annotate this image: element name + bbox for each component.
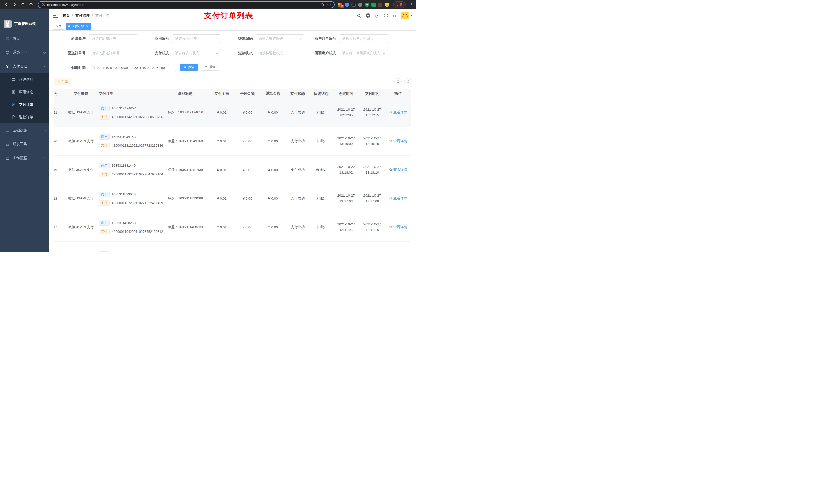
home-button[interactable] — [28, 1, 34, 8]
create-time-range-picker[interactable]: 2021-10-01 00:00:00 - 2021-10-31 23:59:5… — [89, 64, 176, 72]
create-time-start: 2021-10-01 00:00:00 — [97, 66, 128, 70]
cell-action: 查看详情 — [385, 184, 411, 213]
view-detail-link[interactable]: 查看详情 — [389, 139, 407, 143]
view-detail-link[interactable]: 查看详情 — [389, 225, 407, 230]
hamburger-icon[interactable] — [53, 14, 58, 18]
extension-emoji-icon[interactable] — [385, 3, 389, 7]
sidebar-item-app-info[interactable]: 应用信息 — [0, 86, 49, 98]
app-select[interactable] — [172, 34, 221, 43]
search-icon[interactable] — [357, 14, 361, 18]
reset-button[interactable]: 重置 — [201, 64, 219, 71]
tab-home[interactable]: 首页 — [53, 23, 64, 30]
pay-status-select[interactable] — [172, 49, 221, 57]
forward-button[interactable] — [11, 1, 18, 8]
sidebar-item-infra[interactable]: 基础设施 — [0, 123, 49, 137]
cell-title: 标题：1635311823086 — [162, 184, 209, 213]
channel-order-input[interactable] — [89, 49, 137, 57]
cell-action — [385, 241, 411, 252]
view-detail-label: 查看详情 — [394, 225, 407, 230]
merchant-tag: 商户 — [99, 192, 110, 197]
sidebar-item-dev-tools[interactable]: 研发工具 — [0, 137, 49, 151]
toggle-search-button[interactable] — [395, 78, 402, 85]
clock-icon — [91, 66, 95, 70]
cell-notify: 未通知 — [309, 213, 333, 241]
sidebar-item-system[interactable]: 系统管理 — [0, 46, 49, 59]
magnifier-icon — [389, 111, 392, 114]
extension-grid-icon[interactable]: 10 — [338, 3, 342, 7]
browser-chrome: localhost:1024/pay/order 10 V 更新 ⋮ — [0, 0, 416, 9]
back-button[interactable] — [3, 1, 10, 8]
close-icon[interactable] — [86, 25, 89, 28]
chevron-down-icon — [43, 51, 46, 53]
notify-status-select[interactable] — [339, 49, 388, 57]
active-dot — [68, 25, 70, 27]
cell-id: 116 — [54, 241, 66, 252]
breadcrumb-home[interactable]: 首页 — [63, 13, 70, 18]
cell-id: 118 — [54, 184, 66, 213]
extension-green-icon[interactable]: V — [365, 3, 369, 7]
table-body: 121 微信 JSAPI 支付 商户 1635312124657 支付 4200… — [54, 98, 411, 252]
pay-tag: 支付 — [99, 143, 110, 148]
tab-pay-order[interactable]: 支付订单 — [66, 23, 91, 30]
cell-amount: ¥ 0.01 — [209, 184, 235, 213]
browser-menu-icon[interactable]: ⋮ — [409, 2, 413, 7]
cell-channel — [66, 241, 96, 252]
sidebar-item-pay-order[interactable]: 支付订单 — [0, 98, 49, 111]
extension-gray-icon[interactable] — [358, 3, 362, 7]
merchant-input[interactable] — [89, 34, 137, 43]
magnifier-icon — [389, 139, 392, 143]
extension-chat-icon[interactable] — [372, 3, 376, 7]
refund-status-select[interactable] — [256, 49, 304, 57]
view-detail-link[interactable]: 查看详情 — [389, 110, 407, 115]
breadcrumb-payment[interactable]: 支付管理 — [75, 13, 90, 18]
search-button[interactable]: 搜索 — [180, 64, 198, 71]
cell-title: 标题：1635312124656 — [162, 98, 209, 127]
cell-action: 查看详情 — [385, 155, 411, 184]
app-title: 芋道管理系统 — [14, 22, 35, 26]
sidebar-item-merchant-info[interactable]: 商户信息 — [0, 73, 49, 86]
site-info-icon[interactable] — [42, 3, 45, 6]
merchant-tag: 商户 — [99, 134, 110, 140]
extension-dark-icon[interactable] — [352, 3, 356, 7]
content: 所属商户 应用编号 渠道编码 商户订单编号 — [49, 31, 416, 252]
cell-id: 117 — [54, 213, 66, 241]
cell-action: 查看详情 — [385, 213, 411, 241]
sidebar-item-home[interactable]: 首页 — [0, 32, 49, 46]
bookmark-star-icon[interactable] — [327, 3, 331, 7]
cell-action: 查看详情 — [385, 98, 411, 127]
sidebar-item-workflow[interactable]: 工作流程 — [0, 151, 49, 165]
page-annotation: 支付订单列表 — [204, 10, 253, 21]
merchant-order-input[interactable] — [339, 34, 388, 43]
cell-status: 支付成功 — [286, 213, 309, 241]
url-bar[interactable]: localhost:1024/pay/order — [38, 1, 335, 8]
help-icon[interactable]: ? — [375, 14, 379, 18]
github-icon[interactable] — [366, 13, 371, 18]
channel-order-label: 渠道订单号 — [54, 51, 89, 55]
search-icon — [184, 66, 187, 69]
create-time-end: 2021-10-31 23:59:59 — [134, 66, 165, 70]
sidebar-item-payment[interactable]: ¥ 支付管理 — [0, 59, 49, 73]
reload-button[interactable] — [20, 1, 26, 8]
extension-pin-icon[interactable] — [378, 3, 382, 7]
cell-channel: 微信 JSAPI 支付 — [66, 127, 96, 155]
font-size-icon[interactable]: TT — [393, 14, 397, 18]
avatar[interactable] — [401, 12, 409, 20]
refresh-table-button[interactable] — [404, 78, 411, 85]
user-menu[interactable] — [401, 12, 412, 20]
export-button[interactable]: 导出 — [54, 78, 71, 85]
cell-action: 查看详情 — [385, 127, 411, 155]
cell-title — [162, 241, 209, 252]
cell-refund: ¥ 0.00 — [260, 184, 286, 213]
sidebar-item-refund-order[interactable]: 退款订单 — [0, 111, 49, 123]
cell-refund — [260, 241, 286, 252]
url-text: localhost:1024/pay/order — [47, 3, 318, 7]
browser-update-button[interactable]: 更新 — [393, 1, 406, 8]
cell-pay-time: 2021-10-27 13:22:15 — [359, 98, 385, 127]
channel-code-select[interactable] — [256, 34, 304, 43]
view-detail-link[interactable]: 查看详情 — [389, 196, 407, 201]
extension-blue-icon[interactable] — [345, 3, 349, 7]
fullscreen-icon[interactable] — [384, 14, 388, 18]
view-detail-link[interactable]: 查看详情 — [389, 167, 407, 172]
chevron-down-icon — [43, 129, 46, 131]
share-icon[interactable] — [320, 3, 324, 6]
